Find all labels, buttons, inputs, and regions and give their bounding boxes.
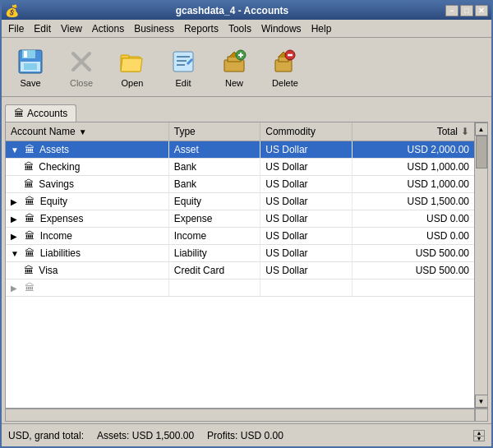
svg-rect-4 (24, 63, 37, 70)
close-button[interactable]: ✕ (475, 5, 488, 16)
accounts-table-wrapper: Account Name ▼ Type Commodity (5, 122, 488, 409)
expand-icon[interactable]: ▶ (11, 232, 21, 241)
scroll-up-arrow[interactable]: ▲ (475, 122, 488, 136)
account-total-cell: USD 0.00 (352, 210, 474, 228)
account-building-icon: 🏛 (24, 161, 34, 173)
col-header-commodity[interactable]: Commodity (260, 122, 352, 141)
table-scroll-area[interactable]: Account Name ▼ Type Commodity (6, 122, 474, 408)
new-button[interactable]: New (212, 43, 256, 92)
expand-icon[interactable]: ▶ (11, 197, 21, 206)
edit-button[interactable]: Edit (161, 43, 205, 92)
type-header-text: Type (174, 126, 196, 137)
table-row[interactable]: 🏛 Visa Credit Card US Dollar USD 500.00 (6, 262, 474, 279)
account-name-cell: ▼ 🏛 Liabilities (6, 245, 168, 262)
account-commodity-cell: US Dollar (260, 262, 352, 279)
expand-icon[interactable]: ▶ (11, 215, 21, 224)
status-assets: Assets: USD 1,500.00 (97, 430, 194, 441)
table-row[interactable]: ▶ 🏛 Expenses Expense US Dollar USD 0.00 (6, 210, 474, 228)
expand-icon[interactable]: ▼ (11, 249, 21, 258)
col-header-name[interactable]: Account Name ▼ (6, 122, 168, 141)
table-row[interactable]: ▶ 🏛 (6, 279, 474, 297)
account-type-cell: Equity (168, 193, 260, 210)
tab-accounts-label: Accounts (27, 108, 67, 119)
maximize-button[interactable]: □ (460, 5, 473, 16)
scroll-thumb[interactable] (476, 136, 487, 169)
status-profits: Profits: USD 0.00 (207, 430, 283, 441)
account-type-cell (168, 279, 260, 297)
account-building-icon: 🏛 (25, 196, 35, 207)
table-row[interactable]: 🏛 Savings Bank US Dollar USD 1,000.00 (6, 176, 474, 193)
new-label: New (225, 78, 243, 88)
account-commodity-cell: US Dollar (260, 159, 352, 176)
svg-rect-2 (24, 51, 27, 58)
account-name-cell: ▶ 🏛 Income (6, 228, 168, 245)
account-building-icon: 🏛 (24, 178, 34, 190)
menu-view[interactable]: View (56, 21, 87, 36)
tab-accounts[interactable]: 🏛 Accounts (5, 104, 76, 122)
table-row[interactable]: ▶ 🏛 Equity Equity US Dollar USD 1,500.00 (6, 193, 474, 210)
account-type-cell: Liability (168, 245, 260, 262)
delete-button[interactable]: Delete (263, 43, 307, 92)
menu-business[interactable]: Business (129, 21, 179, 36)
account-building-icon: 🏛 (25, 144, 35, 155)
tab-bar: 🏛 Accounts (2, 97, 491, 122)
scroll-thumb-area[interactable] (475, 136, 487, 395)
title-bar: 💰 gcashdata_4 - Accounts − □ ✕ (2, 2, 491, 20)
account-name-cell: 🏛 Savings (6, 176, 168, 193)
status-spinner[interactable]: ▲ ▼ (473, 430, 485, 441)
account-commodity-cell: US Dollar (260, 193, 352, 210)
menu-tools[interactable]: Tools (223, 21, 256, 36)
table-header-row: Account Name ▼ Type Commodity (6, 122, 474, 141)
table-row[interactable]: ▶ 🏛 Income Income US Dollar USD 0.00 (6, 228, 474, 245)
account-name-header-text: Account Name (11, 126, 76, 137)
status-label: USD, grand total: (8, 430, 84, 441)
status-text-area: USD, grand total: Assets: USD 1,500.00 P… (8, 430, 283, 441)
account-building-icon: 🏛 (25, 282, 35, 293)
spinner-up[interactable]: ▲ (473, 430, 485, 436)
menu-windows[interactable]: Windows (256, 21, 306, 36)
account-type-cell: Asset (168, 141, 260, 159)
account-total-cell: USD 500.00 (352, 245, 474, 262)
account-name: Expenses (40, 213, 84, 224)
close-button-toolbar[interactable]: Close (59, 43, 104, 92)
account-building-icon: 🏛 (24, 265, 34, 276)
close-label: Close (70, 78, 93, 88)
menu-edit[interactable]: Edit (29, 21, 56, 36)
scrollbar-corner (475, 409, 488, 422)
account-type-cell: Bank (168, 176, 260, 193)
table-row[interactable]: ▼ 🏛 Assets Asset US Dollar USD 2,000.00 (6, 141, 474, 159)
account-commodity-cell: US Dollar (260, 141, 352, 159)
col-header-type[interactable]: Type (168, 122, 260, 141)
new-icon (219, 47, 249, 76)
account-commodity-cell: US Dollar (260, 228, 352, 245)
scroll-down-icon[interactable]: ⬇ (461, 126, 469, 137)
col-header-total[interactable]: Total ⬇ (352, 122, 474, 141)
save-button[interactable]: Save (8, 43, 53, 92)
account-name-cell: ▶ 🏛 Equity (6, 193, 168, 210)
menu-reports[interactable]: Reports (179, 21, 223, 36)
account-total-cell: USD 1,000.00 (352, 176, 474, 193)
account-name: Savings (39, 178, 74, 190)
open-button[interactable]: Open (110, 43, 154, 92)
menu-help[interactable]: Help (306, 21, 337, 36)
account-name: Visa (39, 265, 58, 276)
spinner-down[interactable]: ▼ (473, 436, 485, 441)
menu-file[interactable]: File (3, 21, 29, 36)
account-name-cell: 🏛 Visa (6, 262, 168, 279)
minimize-button[interactable]: − (445, 5, 458, 16)
delete-icon (270, 47, 300, 76)
table-row[interactable]: ▼ 🏛 Liabilities Liability US Dollar USD … (6, 245, 474, 262)
account-type-cell: Expense (168, 210, 260, 228)
window-title: gcashdata_4 - Accounts (19, 5, 445, 16)
table-row[interactable]: 🏛 Checking Bank US Dollar USD 1,000.00 (6, 159, 474, 176)
edit-label: Edit (176, 78, 191, 88)
vertical-scrollbar[interactable]: ▲ ▼ (474, 122, 487, 408)
account-type-cell: Credit Card (168, 262, 260, 279)
account-building-icon: 🏛 (25, 247, 35, 259)
horizontal-scrollbar[interactable] (5, 409, 475, 422)
expand-icon[interactable]: ▼ (11, 145, 21, 155)
account-building-icon: 🏛 (25, 213, 35, 224)
window-controls: − □ ✕ (445, 5, 488, 16)
scroll-down-arrow[interactable]: ▼ (475, 395, 488, 408)
menu-actions[interactable]: Actions (87, 21, 129, 36)
